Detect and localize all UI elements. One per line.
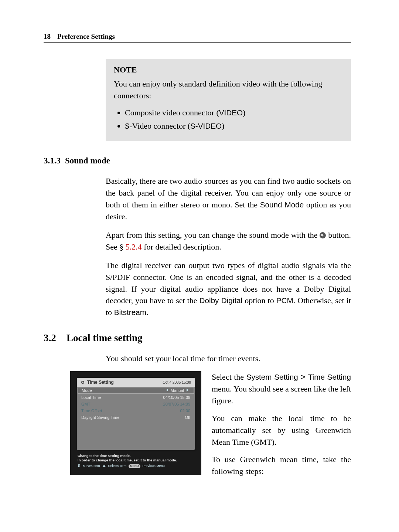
osd-nav-hint: ⇵ Moves Item ◂▸ Selects Item MENU Previo… <box>78 464 194 468</box>
osd-row-mode: Mode Manual <box>78 387 194 394</box>
ui-term: Time Setting <box>308 373 351 381</box>
osd-row-label: Mode <box>82 388 92 393</box>
cross-reference-link[interactable]: 5.2.4 <box>126 242 142 251</box>
osd-row-local-time: Local Time 04/10/05 15:09 <box>77 394 195 401</box>
section-heading: 3.2 Local time setting <box>44 332 351 344</box>
figure-side-text: Select the System Setting > Time Setting… <box>212 371 351 483</box>
updown-icon: ⇵ <box>78 464 81 468</box>
subsection-heading: 3.1.3 Sound mode <box>44 156 351 166</box>
menu-pill-icon: MENU <box>129 464 140 468</box>
osd-row-dst: Daylight Saving Time Off <box>77 414 195 421</box>
osd-row-time-offset: Time Offset 02:00 <box>77 407 195 414</box>
time-setting-figure: Time Setting Oct 4 2005 15:09 Mode Manua… <box>70 371 201 483</box>
osd-panel-body: Mode Manual Local Time 04/10/05 15:09 <box>77 387 195 450</box>
osd-row-value: 02:00 <box>180 409 190 413</box>
note-label: NOTE <box>114 64 343 76</box>
osd-row-value-wrap: Manual <box>165 388 190 393</box>
osd-row-value: 20/07/05 14:09 <box>163 402 190 406</box>
breadcrumb-separator: > <box>298 372 308 382</box>
osd-timestamp: Oct 4 2005 15:09 <box>163 380 191 384</box>
text-span: . <box>146 308 149 317</box>
note-item-text: Composite video connector ( <box>125 108 219 117</box>
ui-term: Dolby Digital <box>200 296 243 305</box>
text-span: Select the <box>212 372 246 382</box>
page: 18 Preference Settings NOTE You can enjo… <box>0 0 399 532</box>
ui-term: PCM <box>276 296 293 305</box>
gear-icon <box>81 380 85 384</box>
page-header: 18 Preference Settings <box>44 33 351 43</box>
osd-nav-text: Selects Item <box>108 464 127 468</box>
note-item-code: S-VIDEO <box>190 122 222 130</box>
note-item-post: ) <box>222 121 224 131</box>
paragraph: You can make the local time to be automa… <box>212 413 351 448</box>
ui-term: System Setting <box>246 373 298 381</box>
note-text: You can enjoy only standard definition v… <box>114 78 343 102</box>
paragraph: Select the System Setting > Time Setting… <box>212 371 351 407</box>
paragraph: The digital receiver can output two type… <box>106 260 351 318</box>
osd-panel-title: Time Setting Oct 4 2005 15:09 <box>77 378 195 387</box>
osd-title-text: Time Setting <box>87 380 114 385</box>
note-item-post: ) <box>243 108 245 117</box>
text-span: for detailed description. <box>142 242 221 251</box>
page-header-title: Preference Settings <box>57 33 115 41</box>
osd-hint-line: In order to change the local time, set i… <box>78 458 194 462</box>
paragraph: You should set your local time for timer… <box>106 353 351 365</box>
ui-term: Bitstream <box>114 308 146 316</box>
osd-hint: Changes the time setting mode. In order … <box>78 454 194 468</box>
osd-row-label: Time Offset <box>81 409 102 413</box>
osd-row-value: Off <box>185 415 190 420</box>
figure-and-text-row: Time Setting Oct 4 2005 15:09 Mode Manua… <box>44 371 351 483</box>
text-span: option to <box>242 296 276 305</box>
note-list-item: S-Video connector (S-VIDEO) <box>125 120 343 132</box>
subsection-title: Sound mode <box>65 156 110 166</box>
note-list-item: Composite video connector (VIDEO) <box>125 107 343 119</box>
osd-row-gmt: GMT 20/07/05 14:09 <box>77 401 195 407</box>
content-column: You should set your local time for timer… <box>106 353 351 365</box>
section-title: Local time setting <box>66 332 142 344</box>
text-span: Apart from this setting, you can change … <box>106 230 320 240</box>
paragraph: Basically, there are two audio sources a… <box>106 175 351 223</box>
note-item-text: S-Video connector ( <box>125 121 190 131</box>
note-box: NOTE You can enjoy only standard definit… <box>106 59 351 141</box>
osd-row-label: Daylight Saving Time <box>81 415 119 420</box>
text-span: menu. You should see a screen like the l… <box>212 384 351 405</box>
paragraph: Apart from this setting, you can change … <box>106 229 351 253</box>
osd-hint-line: Changes the time setting mode. <box>78 454 194 458</box>
osd-nav-text: Moves Item <box>83 464 100 468</box>
note-list: Composite video connector (VIDEO) S-Vide… <box>125 107 343 132</box>
osd-row-label: GMT <box>81 402 90 406</box>
content-column: NOTE You can enjoy only standard definit… <box>106 59 351 141</box>
ui-term: Sound Mode <box>260 200 304 209</box>
paragraph: To use Greenwich mean time, take the fol… <box>212 454 351 477</box>
osd-row-value: Manual <box>171 388 184 393</box>
osd-row-label: Local Time <box>81 395 101 400</box>
osd-screenshot: Time Setting Oct 4 2005 15:09 Mode Manua… <box>70 371 201 475</box>
osd-panel: Time Setting Oct 4 2005 15:09 Mode Manua… <box>77 378 195 450</box>
leftright-icon: ◂▸ <box>102 464 106 468</box>
content-column: Basically, there are two audio sources a… <box>106 175 351 318</box>
note-item-code: VIDEO <box>219 108 243 117</box>
arrow-left-icon <box>166 389 168 392</box>
audio-button-icon <box>320 232 326 238</box>
section-number: 3.2 <box>44 332 66 344</box>
osd-row-value: 04/10/05 15:09 <box>163 395 190 400</box>
subsection-number: 3.1.3 <box>44 156 65 166</box>
arrow-right-icon <box>187 389 188 392</box>
osd-nav-text: Previous Menu <box>143 464 165 468</box>
page-number: 18 <box>44 33 51 41</box>
